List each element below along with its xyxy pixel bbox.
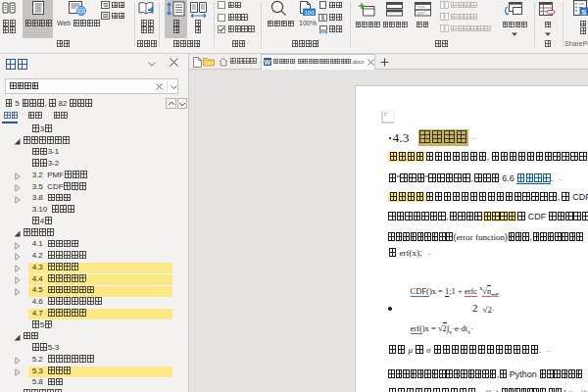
svg-text:S: S <box>581 8 586 17</box>
svg-text:100: 100 <box>304 10 315 16</box>
